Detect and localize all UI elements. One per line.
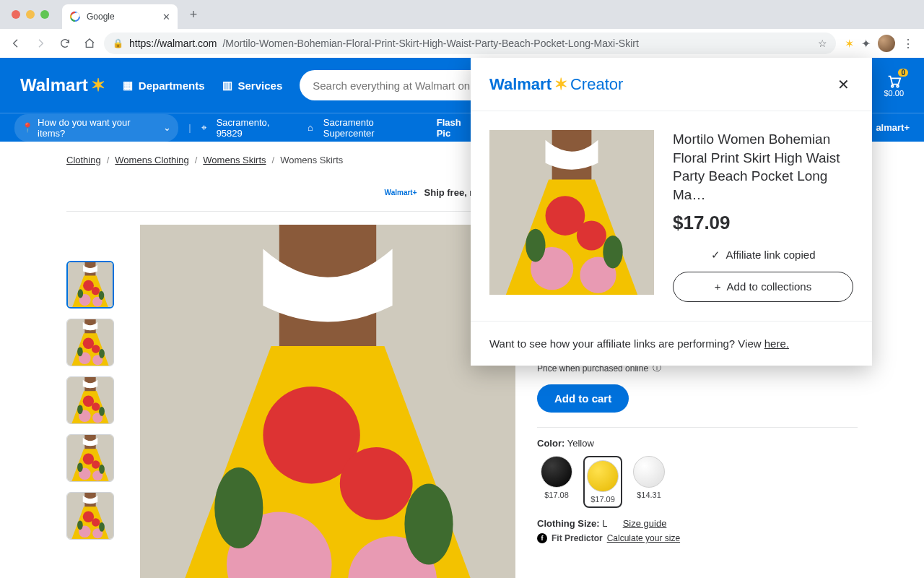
location-icon: 📍 [22,122,33,133]
address-bar[interactable]: 🔒 https://walmart.com/Mortilo-Women-Bohe… [104,33,836,54]
url-host: https://walmart.com [129,38,217,49]
panel-body: Mortilo Women Bohemian Floral Print Skir… [471,111,872,321]
swatch-yellow[interactable]: $17.09 [583,456,622,508]
thumbnail-strip [66,261,118,578]
panel-header: Walmart✶Creator ✕ [471,58,872,111]
fit-icon: f [537,533,547,543]
fulfillment-label: How do you want your items? [38,117,159,139]
spark-icon: ✶ [554,75,567,94]
close-tab-icon[interactable]: ✕ [162,12,170,22]
add-to-collections-button[interactable]: + Add to collections [673,272,853,302]
store-text[interactable]: Sacramento Supercenter [323,117,427,139]
cart-total: $0.00 [884,89,904,98]
crumb-clothing[interactable]: Clothing [66,155,101,165]
close-window-icon[interactable] [12,10,20,19]
swatch-black[interactable]: $17.08 [537,456,576,508]
walmart-extension-icon[interactable]: ✶ [845,37,854,51]
thumbnail-3[interactable] [66,376,114,424]
check-icon: ✓ [711,249,720,262]
crumb-womens-clothing[interactable]: Womens Clothing [115,155,188,165]
tab-strip: Google ✕ + [0,0,924,29]
color-swatches: $17.08 $17.09 $14.31 [537,456,858,508]
forward-button[interactable] [30,33,51,53]
back-button[interactable] [6,33,26,53]
panel-footer: Want to see how your affiliate links are… [471,321,872,366]
plus-icon: + [715,280,721,293]
panel-product-price: $17.09 [673,212,853,234]
fulfillment-selector[interactable]: 📍 How do you want your items? ⌄ [14,114,178,142]
creator-panel: Walmart✶Creator ✕ Mortilo Women Bohemian… [471,58,872,366]
cart-badge: 0 [898,69,908,77]
main-product-image[interactable] [140,225,515,578]
menu-icon[interactable]: ⋮ [902,37,914,51]
cart-button[interactable]: 0 $0.00 [884,73,904,98]
url-path: /Mortilo-Women-Bohemian-Floral-Print-Ski… [222,38,638,49]
new-tab-button[interactable]: + [183,4,204,25]
chevron-down-icon: ⌄ [163,122,171,133]
departments-label: Departments [139,79,205,92]
creator-logo: Walmart✶Creator [489,75,623,94]
lock-icon: 🔒 [113,38,123,48]
reload-button[interactable] [55,33,75,53]
services-button[interactable]: ▥ Services [222,79,283,92]
crumb-womens-skirts[interactable]: Womens Skirts [203,155,266,165]
svg-point-10 [892,85,894,87]
pin-icon: ⌖ [201,122,206,134]
thumbnail-5[interactable] [66,492,114,540]
store-icon: ⌂ [308,122,313,133]
extensions: ✶ ✦ ⋮ [840,35,918,52]
services-icon: ▥ [222,79,232,92]
minimize-window-icon[interactable] [26,10,35,19]
panel-product-title: Mortilo Women Bohemian Floral Print Skir… [673,130,853,204]
toolbar: 🔒 https://walmart.com/Mortilo-Women-Bohe… [0,29,924,58]
svg-point-11 [897,85,899,87]
close-panel-button[interactable]: ✕ [833,74,853,95]
extensions-icon[interactable]: ✦ [861,37,871,51]
zip-text[interactable]: Sacramento, 95829 [217,117,297,139]
link-copied-status: ✓ Affiliate link copied [673,249,853,262]
size-row: Clothing Size: L Size guide [537,518,858,529]
thumbnail-4[interactable] [66,434,114,482]
panel-product-image [489,130,654,295]
thumbnail-1[interactable] [66,261,114,309]
grid-icon: ▦ [123,79,133,92]
spark-icon: ✶ [91,75,105,95]
calculate-size-link[interactable]: Calculate your size [607,533,680,543]
profile-avatar[interactable] [878,35,895,52]
browser-tab[interactable]: Google ✕ [62,4,178,29]
bookmark-icon[interactable]: ☆ [818,38,827,49]
fullscreen-window-icon[interactable] [40,10,49,19]
tab-title: Google [87,12,115,22]
fit-predictor: f Fit Predictor Calculate your size [537,533,858,543]
crumb-current: Womens Skirts [280,155,343,165]
thumbnail-2[interactable] [66,319,114,366]
google-favicon-icon [69,11,81,22]
browser-chrome: Google ✕ + 🔒 https://walmart.com/Mortilo… [0,0,924,58]
walmart-plus-tag: Walmart+ [385,189,417,197]
color-label: Color: Yellow [537,438,858,449]
swatch-white[interactable]: $14.31 [629,456,668,508]
home-button[interactable] [79,33,100,53]
departments-button[interactable]: ▦ Departments [123,79,205,92]
window-controls[interactable] [12,10,49,19]
view-performance-link[interactable]: here. [764,337,789,350]
walmart-plus-link[interactable]: almart+ [876,122,910,133]
size-guide-link[interactable]: Size guide [623,518,667,529]
walmart-logo[interactable]: Walmart✶ [20,75,105,95]
brand-text: Walmart [20,75,88,95]
add-to-cart-button[interactable]: Add to cart [537,384,629,413]
services-label: Services [238,79,283,92]
